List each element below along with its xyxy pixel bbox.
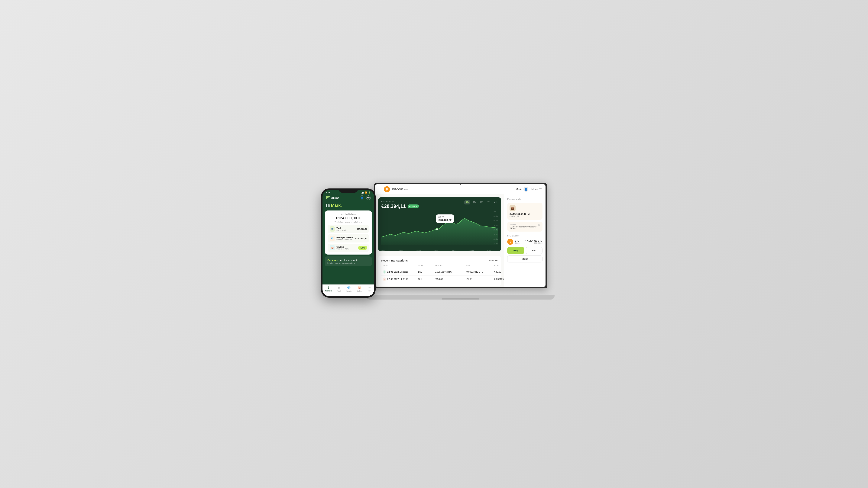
laptop-content: Last 24 hours €28.394,11 +2.1% ↗ [375,194,546,287]
tx-title-bold: transactions [391,259,408,262]
trend-up-icon: ↗ [416,205,417,207]
y-label-4: 28.5k [494,224,498,226]
phone: 9:41 📶 🔋 a [321,189,376,298]
laptop-camera [460,184,461,185]
back-button[interactable]: ← [379,188,382,191]
vault-icon: 🏦 [330,226,335,232]
btc-balance-amount: 4,41324329 BTC €90.483,43 [525,239,542,244]
btc-balance-section: BTC Balance ₿ BTC Bitcoin 4,41324329 BTC… [507,235,542,245]
personal-wallet-title: Personal wallet ··· [507,197,542,201]
btc-balance-title: BTC Balance [507,235,542,237]
btc-balance-item: ₿ BTC Bitcoin 4,41324329 BTC €90.483,43 [507,239,542,245]
vault-sub: Stored crypto [336,229,347,231]
wallet-icon: 💼 [509,205,516,211]
tx-paid-2: 0.03818546 BTC [494,278,504,281]
period-all[interactable]: All [493,200,498,204]
sell-button[interactable]: Sell [526,247,543,254]
price-change-value: +2.1% [409,205,415,207]
wealth-icon: 💎 [330,236,335,241]
promo-get-more: Get more [328,259,338,261]
tx-title: Recent transactions [381,259,408,262]
vault-item: 🏦 Vault Stored crypto €24.000,00 [328,225,369,233]
copy-icon[interactable]: ⧉ [538,224,540,227]
y-label-5: 28.4k [494,229,498,231]
balance-amount: €124.000,00 👁 [328,216,369,220]
y-label-1: 29k [494,211,498,213]
staking-title: Staking [336,246,349,248]
x-label-5: 08:00 [452,250,456,252]
buy-button[interactable]: Buy [507,247,524,254]
earn-button[interactable]: Earn [358,246,367,250]
view-all-arrow: › [497,259,498,262]
promo-sub: Private investment management is a [328,262,369,264]
user-name-btn[interactable]: Maria 👤 [516,187,528,192]
address-value: 1A1zP1eP5QGefi2DMPTfTL5SLmv7DivfNa [509,226,537,230]
period-1d[interactable]: 1D [464,200,470,204]
address-label: Address [509,224,537,225]
profile-icon[interactable]: 👤 [360,195,364,200]
user-avatar: 👤 [524,187,528,192]
view-all-btn[interactable]: View all › [489,259,498,262]
y-label-7: 28.2k [494,238,498,240]
portfolio-icon: ₿ [328,286,329,289]
phone-screen: 9:41 📶 🔋 a [322,190,374,296]
laptop-topbar: ← ₿ Bitcoin BTC Maria 👤 Menu [375,184,546,194]
period-1y[interactable]: 1Y [486,200,492,204]
x-label-1: 16:00 [381,250,385,252]
y-label-6: 28.3k [494,233,498,235]
tx-type-1: Buy [418,270,433,273]
table-row: ↑ 22-05-2022 14:35:16 Buy 0.03818546 BTC… [381,268,498,275]
tx-amount-2: €150,00 [435,278,465,281]
greeting-text: Hi [326,203,331,208]
nav-vault[interactable]: ▦ Vault [337,286,341,293]
view-all-text: View all [489,259,497,262]
tx-type-2: Sell [418,278,433,281]
stake-button[interactable]: Stake [507,256,542,262]
y-label-2: 28.8k [494,215,498,217]
laptop-base [366,295,555,299]
price-change-badge: +2.1% ↗ [408,204,419,208]
btc-name: BTC [515,239,520,242]
balance-eye-icon[interactable]: 👁 [358,217,361,220]
laptop: ← ₿ Bitcoin BTC Maria 👤 Menu [374,183,547,299]
vault-amount: €24.000,00 [356,228,367,230]
bitcoin-icon: ₿ [384,186,390,192]
more-nav-label: More [368,290,372,292]
chart-price: €28.394,11 +2.1% ↗ [381,203,419,209]
wealth-sub: Managed by AMDAX [336,238,353,240]
wealth-title: Managed Wealth [336,236,353,238]
nav-wealth[interactable]: 💎 Wealth [346,286,351,293]
wallet-options-icon[interactable]: ··· [540,197,542,201]
laptop-user: Maria 👤 Menu ☰ [516,187,542,192]
btc-coin-icon: ₿ [507,239,513,245]
wallet-label: Personal wallet [507,198,521,200]
nav-underline [327,293,331,293]
phone-notch [339,189,358,193]
balance-items: 🏦 Vault Stored crypto €24.000,00 💎 [328,225,369,252]
wealth-amount: €100.000,00 [355,237,367,239]
menu-button[interactable]: Menu ☰ [531,188,542,191]
period-7d[interactable]: 7D [471,200,477,204]
col-paid: PAID [494,265,504,267]
chart-y-labels: 29k 28.8k 28.6k 28.5k 28.4k 28.3k 28.2k … [494,211,498,245]
nav-more[interactable]: ··· More [368,286,372,293]
col-type: TYPE [418,265,433,267]
chart-label: Last 24 hours [381,200,419,203]
promo-title-end: out of your assets [338,259,358,261]
nav-portfolio[interactable]: ₿ Portfolio [325,286,332,293]
signal-icon [362,192,364,194]
col-date: DATE [383,265,417,267]
tx-date-1: ↑ 22-05-2022 14:35:16 [383,270,417,273]
staking-nav-label: Staking [357,290,363,292]
laptop-screen: ← ₿ Bitcoin BTC Maria 👤 Menu [375,184,546,287]
period-1m[interactable]: 1M [478,200,485,204]
scene: 9:41 📶 🔋 a [321,183,547,305]
tooltip-price: €28.423,02 [438,219,452,222]
nav-staking[interactable]: 🐷 Staking [357,286,363,293]
chart-header: Last 24 hours €28.394,11 +2.1% ↗ [381,200,498,209]
chat-icon[interactable]: 💬 [366,195,371,200]
menu-icon: ☰ [539,188,542,191]
staking-nav-icon: 🐷 [358,286,362,290]
wealth-nav-label: Wealth [346,290,351,292]
staking-icon: 🐷 [330,245,335,251]
